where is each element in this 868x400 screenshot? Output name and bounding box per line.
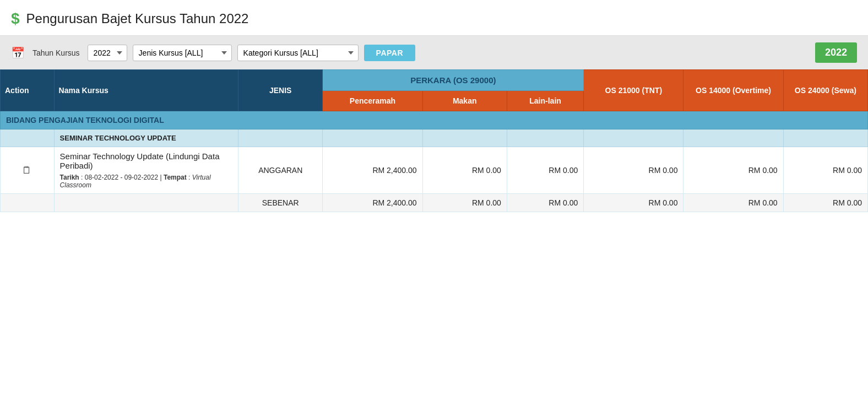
tarikh-label: Tarikh	[60, 174, 79, 181]
document-icon[interactable]: 🗒	[6, 165, 48, 176]
makan-anggaran: RM 0.00	[422, 147, 507, 194]
jenis-sebenar: SEBENAR	[238, 194, 323, 212]
tempat-separator: :	[188, 174, 192, 181]
penceramah-anggaran: RM 2,400.00	[323, 147, 422, 194]
th-perkara-group: PERKARA (OS 29000)	[323, 70, 584, 91]
jenis-kursus-select[interactable]: Jenis Kursus [ALL]	[133, 45, 232, 61]
th-nama-kursus: Nama Kursus	[54, 70, 238, 111]
action-cell[interactable]: 🗒	[1, 147, 55, 194]
calendar-icon: 📅	[11, 46, 25, 60]
section-label: BIDANG PENGAJIAN TEKNOLOGI DIGITAL	[1, 111, 868, 129]
os14-sebenar: RM 0.00	[683, 194, 783, 212]
tarikh-value: 08-02-2022 - 09-02-2022	[85, 174, 158, 181]
lainlain-anggaran: RM 0.00	[507, 147, 583, 194]
os21-anggaran: RM 0.00	[584, 147, 683, 194]
subheader-action-cell	[1, 129, 55, 147]
course-info-cell-sebenar	[54, 194, 238, 212]
th-os21000: OS 21000 (TNT)	[584, 70, 683, 111]
course-meta: Tarikh : 08-02-2022 - 09-02-2022 | Tempa…	[60, 174, 233, 189]
subheader-os24-cell	[783, 129, 867, 147]
th-os14000: OS 14000 (Overtime)	[683, 70, 783, 111]
table-container: Action Nama Kursus JENIS PERKARA (OS 290…	[0, 69, 868, 212]
os21-sebenar: RM 0.00	[584, 194, 683, 212]
subheader-row: SEMINAR TECHNOLOGY UPDATE	[1, 129, 868, 147]
main-table: Action Nama Kursus JENIS PERKARA (OS 290…	[0, 69, 868, 212]
th-jenis: JENIS	[238, 70, 323, 111]
subheader-jenis-cell	[238, 129, 323, 147]
th-action: Action	[1, 70, 55, 111]
year-badge: 2022	[815, 42, 857, 63]
subheader-lainlain-cell	[507, 129, 583, 147]
tarikh-separator: :	[81, 174, 85, 181]
kategori-kursus-select[interactable]: Kategori Kursus [ALL]	[237, 45, 359, 61]
makan-sebenar: RM 0.00	[422, 194, 507, 212]
course-info-cell: Seminar Technology Update (Lindungi Data…	[54, 147, 238, 194]
subheader-penceramah-cell	[323, 129, 422, 147]
jenis-anggaran: ANGGARAN	[238, 147, 323, 194]
table-row: SEBENAR RM 2,400.00 RM 0.00 RM 0.00 RM 0…	[1, 194, 868, 212]
penceramah-sebenar: RM 2,400.00	[323, 194, 422, 212]
tahun-label: Tahun Kursus	[32, 48, 80, 57]
subheader-os21-cell	[584, 129, 683, 147]
subheader-os14-cell	[683, 129, 783, 147]
lainlain-sebenar: RM 0.00	[507, 194, 583, 212]
papar-button[interactable]: PAPAR	[364, 45, 415, 61]
tahun-select[interactable]: 2022	[88, 45, 127, 61]
os14-anggaran: RM 0.00	[683, 147, 783, 194]
th-os24000: OS 24000 (Sewa)	[783, 70, 867, 111]
subheader-makan-cell	[422, 129, 507, 147]
os24-anggaran: RM 0.00	[783, 147, 867, 194]
th-makan: Makan	[422, 91, 507, 111]
page-header: $ Pengurusan Bajet Kursus Tahun 2022	[0, 0, 868, 36]
subheader-name-cell: SEMINAR TECHNOLOGY UPDATE	[54, 129, 238, 147]
th-lain-lain: Lain-lain	[507, 91, 583, 111]
th-penceramah: Penceramah	[323, 91, 422, 111]
os24-sebenar: RM 0.00	[783, 194, 867, 212]
course-name: Seminar Technology Update (Lindungi Data…	[60, 152, 233, 170]
tempat-label: Tempat	[164, 174, 187, 181]
dollar-icon: $	[11, 10, 20, 28]
filter-bar: 📅 Tahun Kursus 2022 Jenis Kursus [ALL] K…	[0, 36, 868, 69]
table-row: 🗒 Seminar Technology Update (Lindungi Da…	[1, 147, 868, 194]
section-row: BIDANG PENGAJIAN TEKNOLOGI DIGITAL	[1, 111, 868, 129]
page-title: Pengurusan Bajet Kursus Tahun 2022	[26, 11, 249, 26]
action-cell-sebenar	[1, 194, 55, 212]
